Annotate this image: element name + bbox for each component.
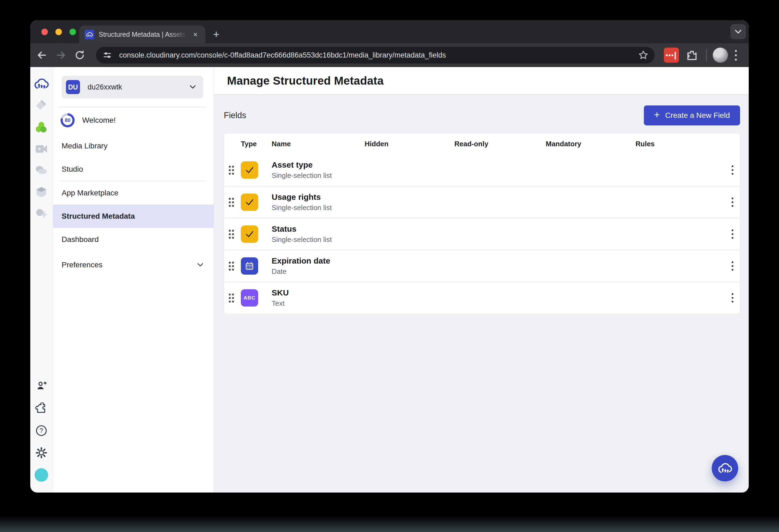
field-name: Usage rights [272,192,362,202]
drag-handle-icon[interactable] [228,197,235,208]
chevron-down-icon [189,84,196,90]
desktop-edge-glow [0,516,779,532]
sidebar: DU du26xxwtk 80 Welcome! Media Library S… [53,67,214,492]
table-row: ABC SKU Text [224,282,740,313]
minimize-window-button[interactable] [55,28,62,35]
integrations-puzzle-icon[interactable] [36,403,47,415]
check-icon [245,230,254,238]
sidebar-divider [58,107,206,107]
row-menu-kebab-icon[interactable] [729,227,736,241]
create-new-field-button[interactable]: + Create a New Field [644,105,740,125]
drag-handle-icon[interactable] [228,293,235,303]
toolbar-divider [706,49,707,61]
drag-handle-icon[interactable] [228,165,235,175]
table-row: Status Single-selection list [224,218,740,250]
row-menu-kebab-icon[interactable] [729,259,736,273]
tab-title: Structured Metadata | Assets [99,31,189,39]
main-panel: Manage Structured Metadata Fields + Crea… [214,67,749,492]
cloudinary-assistant-button[interactable] [712,455,738,481]
calendar-icon [245,261,254,271]
sidebar-nav: Media Library Studio App Marketplace Str… [53,134,214,277]
welcome-label: Welcome! [82,116,116,125]
sidebar-item-structured-metadata[interactable]: Structured Metadata [53,204,214,228]
drag-handle-icon[interactable] [228,229,235,239]
extensions-puzzle-icon[interactable] [684,47,700,63]
column-name: Name [269,140,362,148]
sidebar-item-app-marketplace[interactable]: App Marketplace [53,181,214,204]
tab-search-button[interactable] [730,24,746,39]
site-settings-icon[interactable] [102,50,113,61]
table-header-row: Type Name Hidden Read-only Mandatory Rul… [224,133,740,154]
row-menu-kebab-icon[interactable] [729,163,736,177]
field-name: SKU [272,288,362,297]
drag-handle-icon[interactable] [228,261,235,271]
single-selection-type-icon [241,226,258,243]
account-avatar: DU [66,80,80,94]
new-tab-button[interactable]: + [211,29,222,40]
main-body: Fields + Create a New Field Type Name Hi… [214,95,749,314]
forward-button[interactable] [53,47,69,63]
sidebar-item-dashboard[interactable]: Dashboard [53,228,214,251]
row-menu-kebab-icon[interactable] [729,291,736,305]
chevron-down-icon [197,262,204,268]
browser-menu-kebab-icon[interactable] [735,50,737,61]
single-selection-type-icon [241,193,258,211]
bookmark-star-icon[interactable] [638,50,649,61]
cube-icon[interactable] [35,186,48,199]
help-icon[interactable]: ? [36,425,47,438]
browser-tab[interactable]: Structured Metadata | Assets × [79,26,205,43]
cloudinary-logo-icon[interactable] [34,78,49,91]
field-type: Single-selection list [272,235,362,244]
column-read-only: Read-only [452,140,544,148]
account-selector[interactable]: DU du26xxwtk [62,76,203,99]
video-icon[interactable] [35,144,48,155]
field-type: Single-selection list [272,171,362,180]
column-rules: Rules [633,140,725,148]
product-icon-strip: ? [30,67,53,492]
zoom-window-button[interactable] [69,28,76,35]
column-mandatory: Mandatory [544,140,633,148]
sidebar-item-studio[interactable]: Studio [53,158,214,181]
settings-gear-icon[interactable] [36,447,47,460]
assets-hexagons-icon[interactable] [35,121,48,135]
column-hidden: Hidden [362,140,452,148]
text-type-icon: ABC [241,289,258,306]
table-row: Asset type Single-selection list [224,154,740,186]
mediaflows-icon[interactable] [35,208,48,221]
close-window-button[interactable] [41,28,48,35]
field-name: Status [272,224,362,234]
app-content: ? DU du26xxwtk [30,67,749,492]
page-header: Manage Structured Metadata [214,67,749,95]
row-menu-kebab-icon[interactable] [729,195,736,210]
single-selection-type-icon [241,161,258,179]
sidebar-item-preferences[interactable]: Preferences [53,253,214,277]
field-name: Asset type [272,160,362,170]
fields-table: Type Name Hidden Read-only Mandatory Rul… [224,133,740,314]
column-type: Type [239,140,269,148]
field-name: Expiration date [272,256,362,265]
tab-close-icon[interactable]: × [191,30,200,39]
url-text: console.cloudinary.com/console/c-0ffad8a… [119,51,638,59]
cloudinary-favicon-icon [84,30,94,40]
sidebar-item-media-library[interactable]: Media Library [53,134,214,158]
field-type: Single-selection list [272,203,362,212]
diamond-icon[interactable] [35,100,48,113]
password-extension-icon[interactable]: •••| [664,48,679,63]
field-type: Text [272,299,362,308]
page-title: Manage Structured Metadata [227,74,383,87]
user-avatar[interactable] [35,468,48,482]
welcome-widget[interactable]: 80 Welcome! [61,113,116,127]
address-bar[interactable]: console.cloudinary.com/console/c-0ffad8a… [96,47,655,64]
browser-profile-avatar[interactable] [713,48,728,63]
cloudinary-cloud-icon [717,463,732,474]
reload-button[interactable] [72,47,88,63]
back-button[interactable] [34,47,50,63]
add-user-icon[interactable] [36,380,47,393]
field-type: Date [272,268,362,276]
table-row: Expiration date Date [224,250,740,282]
window-controls [41,28,76,35]
check-icon [245,198,254,206]
chat-icon[interactable] [35,165,48,177]
date-type-icon [241,257,258,275]
text-abc-icon: ABC [244,295,255,301]
